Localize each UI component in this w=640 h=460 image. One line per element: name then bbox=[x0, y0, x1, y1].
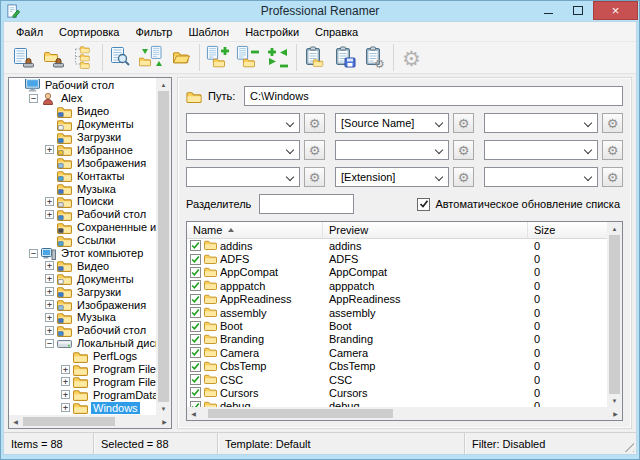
tree-item[interactable]: +ProgramData bbox=[9, 388, 156, 401]
list-settings-button[interactable]: ⚙ bbox=[360, 44, 390, 72]
rule-settings-button[interactable]: ⚙ bbox=[602, 113, 623, 133]
menu-item-1[interactable]: Файл bbox=[8, 23, 51, 41]
tree-item[interactable]: Загрузки bbox=[9, 131, 156, 144]
add-remove-all-button[interactable] bbox=[263, 44, 293, 72]
save-list-button[interactable] bbox=[330, 44, 360, 72]
expand-plus-icon[interactable]: + bbox=[45, 145, 54, 154]
tree-item[interactable]: Ссылки bbox=[9, 234, 156, 247]
scroll-right-icon[interactable]: ▶ bbox=[609, 407, 622, 420]
list-horizontal-scrollbar[interactable]: ◀ ▶ bbox=[187, 407, 622, 420]
rule-settings-button[interactable]: ⚙ bbox=[602, 140, 623, 160]
tree-item[interactable]: +Поиски bbox=[9, 195, 156, 208]
collapse-minus-icon[interactable]: − bbox=[45, 339, 54, 348]
maximize-button[interactable] bbox=[563, 1, 593, 20]
scroll-right-icon[interactable]: ▶ bbox=[158, 415, 171, 428]
tree-item[interactable]: +Изображения bbox=[9, 298, 156, 311]
rule-settings-button[interactable]: ⚙ bbox=[453, 140, 474, 160]
scroll-left-icon[interactable]: ◀ bbox=[187, 407, 200, 420]
table-row[interactable]: CbsTempCbsTemp0 bbox=[187, 360, 607, 373]
expand-plus-icon[interactable]: + bbox=[61, 377, 70, 386]
menu-item-4[interactable]: Шаблон bbox=[180, 23, 237, 41]
rule-combo[interactable] bbox=[186, 140, 300, 160]
process-subfolders-button[interactable] bbox=[69, 44, 99, 72]
table-row[interactable]: CameraCamera0 bbox=[187, 346, 607, 359]
row-checkbox[interactable] bbox=[190, 267, 201, 278]
scroll-up-icon[interactable]: ▲ bbox=[607, 222, 622, 235]
row-checkbox[interactable] bbox=[190, 254, 201, 265]
row-checkbox[interactable] bbox=[190, 374, 201, 385]
menu-item-6[interactable]: Справка bbox=[307, 23, 366, 41]
table-row[interactable]: addinsaddins0 bbox=[187, 239, 607, 252]
rule-settings-button[interactable]: ⚙ bbox=[304, 113, 325, 133]
rule-settings-button[interactable]: ⚙ bbox=[304, 140, 325, 160]
expand-plus-icon[interactable]: + bbox=[61, 365, 70, 374]
rule-combo[interactable] bbox=[484, 140, 598, 160]
tree-item[interactable]: Документы bbox=[9, 118, 156, 131]
expand-plus-icon[interactable]: + bbox=[45, 274, 54, 283]
remove-items-button[interactable] bbox=[233, 44, 263, 72]
list-vscroll-thumb[interactable] bbox=[609, 235, 620, 394]
separator-input[interactable] bbox=[259, 194, 354, 214]
scroll-down-icon[interactable]: ▼ bbox=[607, 394, 622, 407]
expand-plus-icon[interactable]: + bbox=[45, 326, 54, 335]
rule-combo[interactable]: [Source Name] bbox=[335, 113, 449, 133]
table-row[interactable]: debugdebug0 bbox=[187, 400, 607, 407]
tree-item[interactable]: +Избранное bbox=[9, 143, 156, 156]
row-checkbox[interactable] bbox=[190, 387, 201, 398]
rule-combo[interactable] bbox=[335, 140, 449, 160]
table-row[interactable]: BootBoot0 bbox=[187, 319, 607, 332]
collapse-minus-icon[interactable]: − bbox=[29, 94, 38, 103]
collapse-minus-icon[interactable]: − bbox=[29, 249, 38, 258]
table-row[interactable]: CursorsCursors0 bbox=[187, 386, 607, 399]
scroll-up-icon[interactable]: ▲ bbox=[156, 78, 171, 91]
row-checkbox[interactable] bbox=[190, 361, 201, 372]
column-header-preview[interactable]: Preview bbox=[323, 222, 528, 238]
rule-settings-button[interactable]: ⚙ bbox=[453, 113, 474, 133]
minimize-button[interactable] bbox=[533, 1, 563, 20]
tree-item[interactable]: Контакты bbox=[9, 169, 156, 182]
scroll-left-icon[interactable]: ◀ bbox=[9, 415, 22, 428]
rule-settings-button[interactable]: ⚙ bbox=[304, 167, 325, 187]
tree-item[interactable]: +Windows bbox=[9, 401, 156, 414]
tree-item[interactable]: Рабочий стол bbox=[9, 79, 156, 92]
tree-item[interactable]: +Музыка bbox=[9, 311, 156, 324]
menu-item-5[interactable]: Настройки bbox=[237, 23, 307, 41]
rule-combo[interactable]: [Extension] bbox=[335, 167, 449, 187]
tree-item[interactable]: +Документы bbox=[9, 272, 156, 285]
tree-item[interactable]: +Рабочий стол bbox=[9, 208, 156, 221]
table-row[interactable]: AppCompatAppCompat0 bbox=[187, 266, 607, 279]
rule-combo[interactable] bbox=[186, 113, 300, 133]
tree-item[interactable]: +Видео bbox=[9, 259, 156, 272]
tree-hscroll-thumb[interactable] bbox=[23, 417, 115, 426]
column-header-size[interactable]: Size bbox=[528, 222, 607, 238]
table-row[interactable]: assemblyassembly0 bbox=[187, 306, 607, 319]
tree-item[interactable]: −Локальный диск (C:) bbox=[9, 337, 156, 350]
tree-vertical-scrollbar[interactable]: ▲ ▼ bbox=[156, 78, 171, 415]
paste-list-button[interactable] bbox=[300, 44, 330, 72]
table-row[interactable]: BrandingBranding0 bbox=[187, 333, 607, 346]
refresh-list-button[interactable] bbox=[136, 44, 166, 72]
table-row[interactable]: apppatchapppatch0 bbox=[187, 279, 607, 292]
rename-files-button[interactable] bbox=[9, 44, 39, 72]
menu-item-3[interactable]: Фильтр bbox=[127, 23, 180, 41]
list-hscroll-thumb[interactable] bbox=[208, 409, 393, 418]
row-checkbox[interactable] bbox=[190, 307, 201, 318]
expand-plus-icon[interactable]: + bbox=[45, 313, 54, 322]
tree-item[interactable]: Сохраненные игры bbox=[9, 221, 156, 234]
row-checkbox[interactable] bbox=[190, 280, 201, 291]
expand-plus-icon[interactable]: + bbox=[45, 287, 54, 296]
auto-update-checkbox[interactable]: Автоматическое обновление списка bbox=[417, 198, 620, 211]
tree-item[interactable]: +Program Files bbox=[9, 363, 156, 376]
expand-plus-icon[interactable]: + bbox=[45, 197, 54, 206]
expand-plus-icon[interactable]: + bbox=[45, 210, 54, 219]
table-row[interactable]: CSCCSC0 bbox=[187, 373, 607, 386]
tree-item[interactable]: Музыка bbox=[9, 182, 156, 195]
path-field[interactable]: C:\Windows bbox=[244, 86, 623, 106]
tree-item[interactable]: −Этот компьютер bbox=[9, 247, 156, 260]
row-checkbox[interactable] bbox=[190, 294, 201, 305]
open-folder-button[interactable] bbox=[166, 44, 196, 72]
expand-plus-icon[interactable]: + bbox=[61, 390, 70, 399]
expand-plus-icon[interactable]: + bbox=[45, 300, 54, 309]
row-checkbox[interactable] bbox=[190, 334, 201, 345]
rule-settings-button[interactable]: ⚙ bbox=[453, 167, 474, 187]
